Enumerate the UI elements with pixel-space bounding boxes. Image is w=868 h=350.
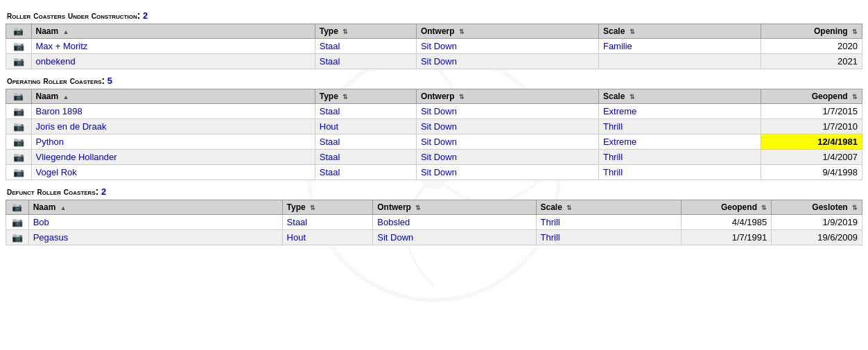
scale-link[interactable]: Thrill [603, 121, 623, 132]
ontwerp-link[interactable]: Sit Down [421, 137, 457, 147]
type-cell: Staal [282, 215, 373, 230]
scale-link[interactable]: Extreme [603, 137, 636, 147]
naam-link[interactable]: Bob [33, 217, 49, 227]
ontwerp-link[interactable]: Sit Down [421, 121, 457, 132]
camera-cell[interactable]: 📷 [6, 215, 29, 230]
sort-icon-ontwerp-uc: ⇅ [459, 28, 465, 35]
type-cell: Hout [315, 119, 416, 134]
table-row: 📷 Pegasus Hout Sit Down Thrill 1/7/1991 … [6, 230, 862, 245]
count-defunct[interactable]: 2 [101, 186, 106, 197]
col-header-camera-df: 📷 [6, 200, 29, 215]
type-link[interactable]: Staal [320, 106, 340, 116]
col-header-gesloten-df[interactable]: Gesloten ⇅ [772, 200, 862, 215]
col-header-geopend-op[interactable]: Geopend ⇅ [761, 89, 862, 104]
scale-link[interactable]: Familie [603, 41, 632, 51]
camera-icon-row: 📷 [13, 152, 24, 162]
type-link[interactable]: Hout [320, 121, 338, 132]
col-header-type-uc[interactable]: Type ⇅ [315, 24, 416, 39]
type-link[interactable]: Staal [320, 137, 340, 147]
type-link[interactable]: Staal [287, 217, 308, 227]
scale-cell [598, 54, 761, 69]
ontwerp-link[interactable]: Sit Down [421, 167, 457, 177]
naam-link[interactable]: Joris en de Draak [36, 121, 107, 132]
ontwerp-link[interactable]: Sit Down [421, 106, 457, 116]
type-link[interactable]: Staal [320, 152, 340, 162]
ontwerp-cell: Sit Down [416, 150, 598, 165]
type-link[interactable]: Staal [320, 56, 340, 67]
scale-link[interactable]: Thrill [541, 232, 560, 243]
section-title-operating: Operating Roller Coasters: 5 [6, 75, 862, 86]
scale-link[interactable]: Thrill [603, 152, 623, 162]
naam-link[interactable]: Vogel Rok [36, 167, 77, 177]
geopend-cell: 1/4/2007 [761, 150, 862, 165]
col-header-naam-op[interactable]: Naam ▲ [31, 89, 315, 104]
col-header-ontwerp-df[interactable]: Ontwerp ⇅ [373, 200, 536, 215]
sort-icon-opening-uc: ⇅ [852, 28, 858, 35]
opening-cell: 2021 [761, 54, 862, 69]
ontwerp-cell: Sit Down [416, 134, 598, 150]
camera-icon-row: 📷 [12, 232, 23, 243]
ontwerp-link[interactable]: Sit Down [377, 232, 413, 243]
ontwerp-link[interactable]: Sit Down [421, 152, 457, 162]
geopend-cell: 4/4/1985 [681, 215, 772, 230]
scale-cell: Thrill [598, 165, 761, 180]
col-header-naam-df[interactable]: Naam ▲ [28, 200, 282, 215]
col-header-type-df[interactable]: Type ⇅ [282, 200, 373, 215]
ontwerp-cell: Sit Down [416, 39, 598, 54]
col-header-scale-uc[interactable]: Scale ⇅ [598, 24, 761, 39]
type-link[interactable]: Hout [287, 232, 306, 243]
type-link[interactable]: Staal [320, 41, 340, 51]
naam-cell: Baron 1898 [31, 104, 315, 119]
sort-icon-ontwerp-df: ⇅ [415, 204, 421, 211]
sort-icon-type-uc: ⇅ [342, 28, 348, 35]
naam-link[interactable]: Pegasus [33, 232, 69, 243]
ontwerp-cell: Sit Down [373, 230, 536, 245]
scale-link[interactable]: Extreme [603, 106, 636, 116]
section-title-defunct: Defunct Roller Coasters: 2 [6, 186, 862, 197]
camera-cell[interactable]: 📷 [6, 165, 32, 180]
col-header-scale-op[interactable]: Scale ⇅ [598, 89, 761, 104]
col-header-naam-uc[interactable]: Naam ▲ [31, 24, 315, 39]
col-header-geopend-df[interactable]: Geopend ⇅ [681, 200, 772, 215]
camera-cell[interactable]: 📷 [6, 230, 29, 245]
naam-link[interactable]: Max + Moritz [36, 41, 88, 51]
naam-cell: Vliegende Hollander [31, 150, 315, 165]
camera-cell[interactable]: 📷 [6, 39, 32, 54]
sort-icon-type-op: ⇅ [342, 94, 348, 100]
naam-cell: Vogel Rok [31, 165, 315, 180]
geopend-cell: 1/7/2015 [761, 104, 862, 119]
naam-link[interactable]: Python [36, 137, 64, 147]
ontwerp-link[interactable]: Sit Down [421, 41, 457, 51]
col-header-type-op[interactable]: Type ⇅ [315, 89, 416, 104]
camera-cell[interactable]: 📷 [6, 104, 32, 119]
camera-cell[interactable]: 📷 [6, 119, 32, 134]
col-header-ontwerp-op[interactable]: Ontwerp ⇅ [416, 89, 598, 104]
table-row: 📷 Python Staal Sit Down Extreme 12/4/198… [6, 134, 862, 150]
camera-cell[interactable]: 📷 [6, 54, 32, 69]
scale-cell: Familie [598, 39, 761, 54]
naam-link[interactable]: Vliegende Hollander [36, 152, 117, 162]
count-operating[interactable]: 5 [107, 76, 112, 86]
col-header-scale-df[interactable]: Scale ⇅ [536, 200, 681, 215]
table-operating: 📷 Naam ▲ Type ⇅ Ontwerp ⇅ Scale ⇅ Geopen… [6, 89, 862, 180]
col-header-camera-op: 📷 [6, 89, 32, 104]
camera-cell[interactable]: 📷 [6, 150, 32, 165]
naam-link[interactable]: onbekend [36, 56, 76, 67]
ontwerp-link[interactable]: Bobsled [377, 217, 410, 227]
main-content: Roller Coasters Under Construction: 2 📷 … [6, 10, 862, 245]
ontwerp-link[interactable]: Sit Down [421, 56, 457, 67]
ontwerp-cell: Sit Down [416, 54, 598, 69]
naam-link[interactable]: Baron 1898 [36, 106, 83, 116]
col-header-camera-uc: 📷 [6, 24, 32, 39]
camera-icon-row: 📷 [13, 167, 24, 177]
scale-cell: Thrill [536, 215, 681, 230]
type-link[interactable]: Staal [320, 167, 340, 177]
count-under-construction[interactable]: 2 [143, 10, 148, 21]
col-header-ontwerp-uc[interactable]: Ontwerp ⇅ [416, 24, 598, 39]
scale-link[interactable]: Thrill [541, 217, 560, 227]
type-cell: Staal [315, 150, 416, 165]
scale-link[interactable]: Thrill [603, 167, 623, 177]
table-row: 📷 Vogel Rok Staal Sit Down Thrill 9/4/19… [6, 165, 862, 180]
camera-cell[interactable]: 📷 [6, 134, 32, 150]
col-header-opening-uc[interactable]: Opening ⇅ [761, 24, 862, 39]
